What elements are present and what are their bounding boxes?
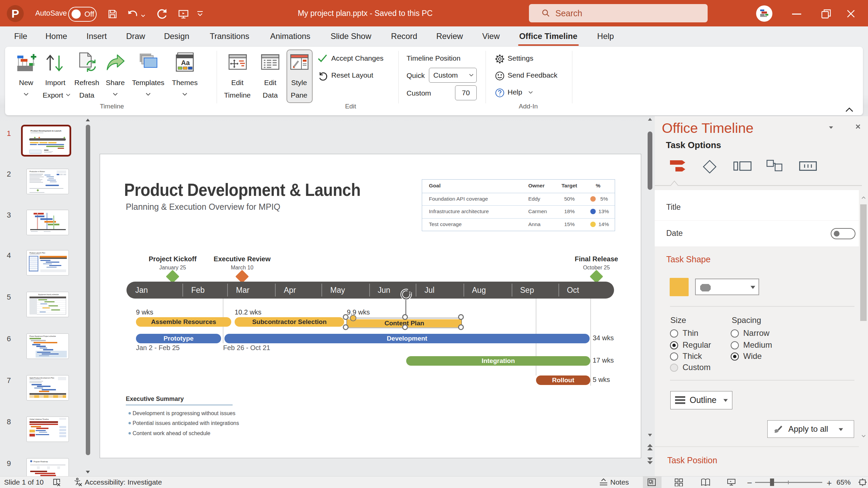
svg-text:Aa: Aa xyxy=(181,59,190,66)
